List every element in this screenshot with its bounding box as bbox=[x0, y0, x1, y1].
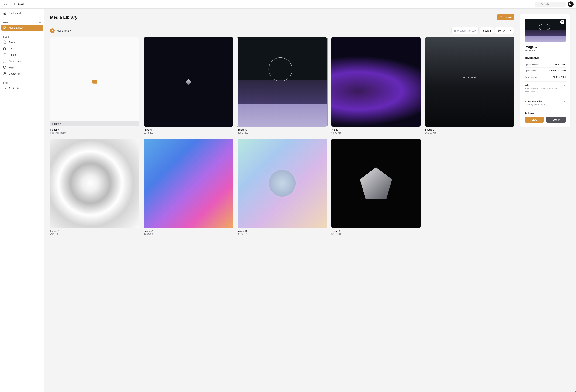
svg-point-1 bbox=[4, 27, 4, 28]
info-row-uploaded-at: Uploaded at Today at 3:12 PM bbox=[524, 67, 566, 74]
logo-text: Ralph J. Smit bbox=[3, 2, 24, 6]
user-avatar[interactable]: DU bbox=[568, 1, 574, 7]
topbar: DU bbox=[44, 0, 576, 9]
card-name: Image F bbox=[331, 128, 421, 131]
folder-badge: Folder A bbox=[50, 121, 139, 126]
info-row-dimensions: Dimensions 4096 x 2304 bbox=[524, 74, 566, 80]
sidebar-label: Media Library bbox=[9, 26, 24, 29]
sidebar-label: Tags bbox=[9, 66, 14, 69]
search-button[interactable]: Search bbox=[480, 27, 494, 34]
sidebar-item-posts[interactable]: Posts bbox=[1, 39, 43, 45]
info-row-uploaded-by: Uploaded by Demo User bbox=[524, 61, 566, 67]
upload-icon bbox=[500, 16, 502, 19]
view-button[interactable]: View bbox=[524, 117, 544, 123]
sidebar-item-tags[interactable]: Tags bbox=[1, 64, 43, 71]
section-label: MEDIA bbox=[3, 21, 10, 24]
upload-button[interactable]: Upload bbox=[497, 14, 514, 20]
sidebar-item-dashboard[interactable]: Dashboard bbox=[1, 10, 43, 16]
pencil-icon[interactable] bbox=[563, 85, 566, 88]
svg-point-12 bbox=[135, 41, 136, 41]
add-folder-button[interactable] bbox=[50, 28, 55, 33]
svg-point-11 bbox=[135, 40, 136, 40]
card-name: Image H bbox=[144, 128, 233, 131]
nav: Dashboard MEDIA Media Library BLOG Posts bbox=[0, 9, 44, 93]
sidebar-label: Comments bbox=[9, 60, 21, 62]
library-search-input[interactable] bbox=[451, 27, 479, 34]
chevron-up-icon bbox=[39, 21, 41, 24]
card-meta: 397.5 KB bbox=[144, 132, 233, 134]
sidebar-item-pages[interactable]: Pages bbox=[1, 45, 43, 52]
move-desc: Currently in root folder bbox=[524, 103, 546, 106]
chevron-up-icon bbox=[39, 82, 41, 85]
logo[interactable]: Ralph J. Smit bbox=[0, 0, 44, 9]
pages-icon bbox=[3, 47, 7, 50]
media-card[interactable]: Image A 39.12 KB bbox=[331, 139, 421, 236]
sidebar-item-redirects[interactable]: Redirects bbox=[1, 85, 43, 91]
section-label: BLOG bbox=[3, 36, 9, 38]
sidebar-label: Redirects bbox=[9, 87, 19, 90]
section-label: SITE bbox=[3, 82, 8, 84]
info-label: Dimensions bbox=[524, 76, 537, 78]
media-card[interactable]: Image H 397.5 KB bbox=[144, 37, 233, 134]
folder-card[interactable]: Folder A Folder A Folder is empty bbox=[50, 37, 139, 134]
sidebar-label: Categories bbox=[9, 72, 21, 75]
media-card[interactable]: Image D 49.11 KB bbox=[50, 139, 139, 236]
chevron-up-icon bbox=[39, 35, 41, 38]
detail-size: 480.84 KB bbox=[524, 49, 566, 52]
edit-block[interactable]: Edit Save additional information to this… bbox=[524, 81, 566, 96]
sidebar-label: Dashboard bbox=[9, 12, 21, 15]
info-label: Uploaded at bbox=[524, 69, 537, 72]
home-icon bbox=[3, 11, 7, 15]
card-name: Image B bbox=[238, 230, 327, 232]
sidebar-item-comments[interactable]: Comments bbox=[1, 58, 43, 64]
edit-title: Edit bbox=[524, 84, 562, 87]
search-icon bbox=[537, 3, 540, 6]
delete-button[interactable]: Delete bbox=[546, 117, 566, 123]
media-card[interactable]: NEVER GIVE UP Image E 168.37 KB bbox=[425, 37, 514, 134]
pencil-icon[interactable] bbox=[563, 100, 566, 103]
breadcrumb-root[interactable]: Media library bbox=[57, 29, 71, 32]
media-grid: Folder A Folder A Folder is empty Image … bbox=[50, 37, 514, 235]
chevron-down-icon bbox=[509, 29, 512, 32]
sidebar-item-media-library[interactable]: Media Library bbox=[1, 25, 43, 31]
svg-point-6 bbox=[537, 3, 539, 5]
sort-dropdown[interactable]: Sort by bbox=[495, 27, 514, 34]
move-block[interactable]: Move media to Currently in root folder bbox=[524, 97, 566, 109]
sidebar-item-categories[interactable]: Categories bbox=[1, 71, 43, 77]
sort-label: Sort by bbox=[498, 29, 505, 32]
card-name: Image A bbox=[331, 230, 421, 232]
global-search-input[interactable] bbox=[541, 3, 564, 6]
global-search[interactable] bbox=[535, 1, 566, 7]
sidebar-label: Authors bbox=[9, 53, 17, 56]
detail-panel: Image G 480.84 KB Information Uploaded b… bbox=[520, 14, 570, 127]
sidebar: Ralph J. Smit Dashboard MEDIA Media Libr… bbox=[0, 0, 44, 392]
card-name: Image G bbox=[238, 128, 327, 131]
detail-title: Image G bbox=[524, 45, 566, 49]
card-meta: 480.84 KB bbox=[238, 132, 327, 134]
media-card[interactable]: Image G 480.84 KB bbox=[238, 37, 327, 134]
sidebar-section-blog[interactable]: BLOG bbox=[1, 34, 43, 39]
page-title: Media Library bbox=[50, 15, 77, 20]
folder-more-button[interactable] bbox=[134, 39, 138, 43]
users-icon bbox=[3, 53, 7, 57]
info-value: 4096 x 2304 bbox=[553, 76, 566, 78]
card-name: Image C bbox=[144, 230, 233, 232]
tag-icon bbox=[3, 66, 7, 69]
media-card[interactable]: Image C 126.58 KB bbox=[144, 139, 233, 236]
media-card[interactable]: Image B 95.62 KB bbox=[238, 139, 327, 236]
sidebar-section-site[interactable]: SITE bbox=[1, 80, 43, 85]
resize-handle[interactable] bbox=[574, 390, 576, 392]
card-meta: 54.93 KB bbox=[331, 132, 421, 134]
media-card[interactable]: Image F 54.93 KB bbox=[331, 37, 421, 134]
card-meta: 168.37 KB bbox=[425, 132, 514, 134]
edit-desc: Save additional information to this medi… bbox=[524, 87, 562, 93]
card-name: Image D bbox=[50, 230, 139, 232]
card-meta: 126.58 KB bbox=[144, 233, 233, 235]
svg-line-7 bbox=[539, 4, 539, 5]
sidebar-label: Posts bbox=[9, 41, 15, 44]
info-label: Uploaded by bbox=[524, 63, 538, 66]
sidebar-item-authors[interactable]: Authors bbox=[1, 52, 43, 58]
sidebar-section-media[interactable]: MEDIA bbox=[1, 19, 43, 25]
svg-point-2 bbox=[4, 54, 5, 55]
swap-image-button[interactable] bbox=[560, 20, 564, 24]
